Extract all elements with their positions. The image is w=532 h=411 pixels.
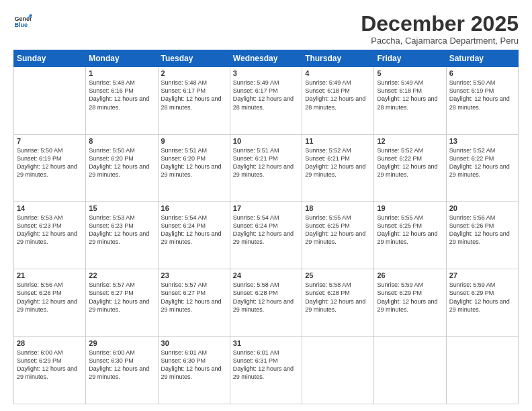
logo: General Blue: [13, 12, 32, 31]
calendar-cell: [302, 336, 374, 404]
calendar-cell: 15Sunrise: 5:53 AM Sunset: 6:23 PM Dayli…: [86, 201, 158, 269]
day-number: 5: [377, 69, 443, 77]
calendar-cell: 24Sunrise: 5:58 AM Sunset: 6:28 PM Dayli…: [230, 269, 302, 336]
page: General Blue December 2025 Paccha, Cajam…: [0, 0, 532, 411]
day-number: 16: [161, 204, 227, 212]
weekday-header-saturday: Saturday: [446, 50, 518, 67]
calendar-cell: 19Sunrise: 5:55 AM Sunset: 6:25 PM Dayli…: [374, 201, 446, 269]
calendar-week-3: 21Sunrise: 5:56 AM Sunset: 6:26 PM Dayli…: [14, 269, 519, 336]
day-number: 14: [17, 204, 83, 212]
day-info: Sunrise: 5:48 AM Sunset: 6:17 PM Dayligh…: [161, 79, 227, 111]
svg-text:Blue: Blue: [14, 21, 28, 28]
day-number: 20: [449, 204, 515, 212]
day-info: Sunrise: 5:49 AM Sunset: 6:18 PM Dayligh…: [377, 79, 443, 111]
calendar-cell: 28Sunrise: 6:00 AM Sunset: 6:29 PM Dayli…: [14, 336, 86, 404]
day-info: Sunrise: 5:56 AM Sunset: 6:26 PM Dayligh…: [17, 281, 83, 314]
day-number: 9: [161, 137, 227, 145]
day-info: Sunrise: 5:57 AM Sunset: 6:27 PM Dayligh…: [89, 281, 154, 314]
day-number: 12: [377, 137, 443, 145]
day-number: 18: [305, 204, 371, 212]
day-info: Sunrise: 5:50 AM Sunset: 6:20 PM Dayligh…: [89, 146, 154, 179]
subtitle: Paccha, Cajamarca Department, Peru: [361, 36, 519, 46]
day-number: 13: [449, 137, 515, 145]
calendar-cell: 13Sunrise: 5:52 AM Sunset: 6:22 PM Dayli…: [446, 134, 518, 201]
day-number: 25: [305, 271, 371, 279]
logo-icon: General Blue: [13, 12, 32, 31]
day-number: 4: [305, 69, 371, 77]
day-number: 8: [89, 137, 154, 145]
day-number: 31: [233, 339, 299, 347]
calendar-cell: 8Sunrise: 5:50 AM Sunset: 6:20 PM Daylig…: [86, 134, 158, 201]
day-info: Sunrise: 5:49 AM Sunset: 6:18 PM Dayligh…: [305, 79, 371, 111]
day-number: 30: [161, 339, 227, 347]
day-info: Sunrise: 5:52 AM Sunset: 6:22 PM Dayligh…: [449, 146, 515, 179]
day-info: Sunrise: 5:48 AM Sunset: 6:16 PM Dayligh…: [89, 79, 154, 111]
header: General Blue December 2025 Paccha, Cajam…: [13, 12, 519, 46]
calendar-cell: 12Sunrise: 5:52 AM Sunset: 6:22 PM Dayli…: [374, 134, 446, 201]
day-number: 2: [161, 69, 227, 77]
day-info: Sunrise: 6:01 AM Sunset: 6:30 PM Dayligh…: [161, 349, 227, 381]
calendar-cell: 23Sunrise: 5:57 AM Sunset: 6:27 PM Dayli…: [158, 269, 230, 336]
day-info: Sunrise: 5:58 AM Sunset: 6:28 PM Dayligh…: [233, 281, 299, 314]
day-number: 27: [449, 271, 515, 279]
calendar-cell: 9Sunrise: 5:51 AM Sunset: 6:20 PM Daylig…: [158, 134, 230, 201]
day-info: Sunrise: 6:00 AM Sunset: 6:30 PM Dayligh…: [89, 349, 154, 381]
day-number: 24: [233, 271, 299, 279]
weekday-header-friday: Friday: [374, 50, 446, 67]
day-number: 21: [17, 271, 83, 279]
weekday-header-wednesday: Wednesday: [230, 50, 302, 67]
calendar-week-1: 7Sunrise: 5:50 AM Sunset: 6:19 PM Daylig…: [14, 134, 519, 201]
day-info: Sunrise: 5:59 AM Sunset: 6:29 PM Dayligh…: [449, 281, 515, 314]
weekday-header-row: SundayMondayTuesdayWednesdayThursdayFrid…: [14, 50, 519, 67]
day-info: Sunrise: 5:54 AM Sunset: 6:24 PM Dayligh…: [233, 214, 299, 246]
calendar-week-4: 28Sunrise: 6:00 AM Sunset: 6:29 PM Dayli…: [14, 336, 519, 404]
day-number: 11: [305, 137, 371, 145]
day-info: Sunrise: 5:53 AM Sunset: 6:23 PM Dayligh…: [89, 214, 154, 246]
calendar-cell: 22Sunrise: 5:57 AM Sunset: 6:27 PM Dayli…: [86, 269, 158, 336]
calendar-cell: 29Sunrise: 6:00 AM Sunset: 6:30 PM Dayli…: [86, 336, 158, 404]
calendar-cell: 31Sunrise: 6:01 AM Sunset: 6:31 PM Dayli…: [230, 336, 302, 404]
calendar-cell: 4Sunrise: 5:49 AM Sunset: 6:18 PM Daylig…: [302, 67, 374, 134]
weekday-header-sunday: Sunday: [14, 50, 86, 67]
day-info: Sunrise: 5:52 AM Sunset: 6:21 PM Dayligh…: [305, 146, 371, 179]
title-block: December 2025 Paccha, Cajamarca Departme…: [361, 12, 519, 46]
calendar-cell: [446, 336, 518, 404]
day-info: Sunrise: 5:51 AM Sunset: 6:20 PM Dayligh…: [161, 146, 227, 179]
day-info: Sunrise: 5:55 AM Sunset: 6:25 PM Dayligh…: [305, 214, 371, 246]
day-info: Sunrise: 5:59 AM Sunset: 6:29 PM Dayligh…: [377, 281, 443, 314]
calendar-cell: [14, 67, 86, 134]
day-info: Sunrise: 6:00 AM Sunset: 6:29 PM Dayligh…: [17, 349, 83, 381]
day-info: Sunrise: 5:52 AM Sunset: 6:22 PM Dayligh…: [377, 146, 443, 179]
day-info: Sunrise: 5:57 AM Sunset: 6:27 PM Dayligh…: [161, 281, 227, 314]
calendar-cell: 10Sunrise: 5:51 AM Sunset: 6:21 PM Dayli…: [230, 134, 302, 201]
day-info: Sunrise: 5:51 AM Sunset: 6:21 PM Dayligh…: [233, 146, 299, 179]
calendar-week-0: 1Sunrise: 5:48 AM Sunset: 6:16 PM Daylig…: [14, 67, 519, 134]
calendar-table: SundayMondayTuesdayWednesdayThursdayFrid…: [13, 50, 519, 404]
day-number: 7: [17, 137, 83, 145]
day-number: 3: [233, 69, 299, 77]
day-number: 15: [89, 204, 154, 212]
day-info: Sunrise: 5:54 AM Sunset: 6:24 PM Dayligh…: [161, 214, 227, 246]
weekday-header-thursday: Thursday: [302, 50, 374, 67]
calendar-cell: 27Sunrise: 5:59 AM Sunset: 6:29 PM Dayli…: [446, 269, 518, 336]
weekday-header-monday: Monday: [86, 50, 158, 67]
calendar-cell: 14Sunrise: 5:53 AM Sunset: 6:23 PM Dayli…: [14, 201, 86, 269]
calendar-cell: 30Sunrise: 6:01 AM Sunset: 6:30 PM Dayli…: [158, 336, 230, 404]
calendar-cell: 26Sunrise: 5:59 AM Sunset: 6:29 PM Dayli…: [374, 269, 446, 336]
day-number: 19: [377, 204, 443, 212]
day-number: 29: [89, 339, 154, 347]
day-info: Sunrise: 5:55 AM Sunset: 6:25 PM Dayligh…: [377, 214, 443, 246]
calendar-cell: 1Sunrise: 5:48 AM Sunset: 6:16 PM Daylig…: [86, 67, 158, 134]
day-number: 28: [17, 339, 83, 347]
calendar-cell: 17Sunrise: 5:54 AM Sunset: 6:24 PM Dayli…: [230, 201, 302, 269]
calendar-cell: 25Sunrise: 5:58 AM Sunset: 6:28 PM Dayli…: [302, 269, 374, 336]
day-number: 6: [449, 69, 515, 77]
calendar-cell: 16Sunrise: 5:54 AM Sunset: 6:24 PM Dayli…: [158, 201, 230, 269]
calendar-cell: 3Sunrise: 5:49 AM Sunset: 6:17 PM Daylig…: [230, 67, 302, 134]
day-number: 10: [233, 137, 299, 145]
day-number: 17: [233, 204, 299, 212]
day-info: Sunrise: 5:53 AM Sunset: 6:23 PM Dayligh…: [17, 214, 83, 246]
calendar-cell: 7Sunrise: 5:50 AM Sunset: 6:19 PM Daylig…: [14, 134, 86, 201]
day-info: Sunrise: 5:50 AM Sunset: 6:19 PM Dayligh…: [449, 79, 515, 111]
calendar-cell: 20Sunrise: 5:56 AM Sunset: 6:26 PM Dayli…: [446, 201, 518, 269]
